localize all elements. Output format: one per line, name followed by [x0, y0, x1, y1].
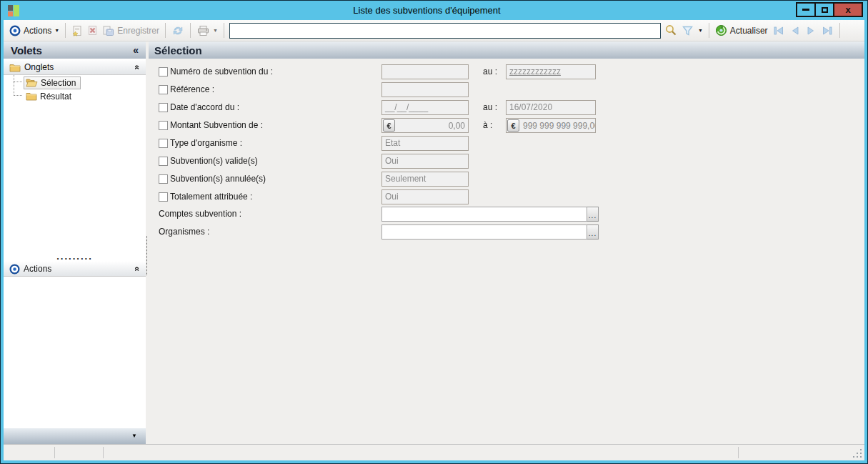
form-row-valides: Subvention(s) valide(s) Oui: [149, 154, 864, 169]
sidebar-filler: [4, 103, 146, 255]
maximize-button[interactable]: [814, 2, 834, 17]
numero-checkbox[interactable]: [159, 67, 168, 76]
numero-to-field[interactable]: zzzzzzzzzzzz: [506, 64, 596, 79]
search-input[interactable]: [229, 23, 661, 39]
resize-grip[interactable]: [852, 448, 862, 458]
maximize-icon: [822, 7, 828, 13]
chevron-down-icon: ▼: [698, 28, 703, 33]
chevron-down-icon: ▼: [54, 28, 59, 33]
chevron-down-icon[interactable]: ▼: [131, 433, 137, 439]
last-record-icon: [821, 25, 834, 36]
window-controls: x: [797, 2, 863, 17]
chevrons-up-icon[interactable]: «: [133, 267, 143, 272]
sidebar-bottom-bar: ▼: [4, 428, 146, 444]
first-record-button[interactable]: [770, 24, 787, 38]
numero-from-field[interactable]: [381, 64, 469, 79]
type-organisme-checkbox[interactable]: [159, 139, 168, 148]
window-title: Liste des subventions d'équipement: [72, 5, 782, 16]
page-title: Sélection: [154, 44, 202, 56]
previous-record-icon: [789, 25, 801, 36]
filter-dropdown-button[interactable]: ▼: [696, 26, 705, 34]
montant-checkbox[interactable]: [159, 121, 168, 130]
actions-label: Actions: [24, 26, 51, 36]
totalement-checkbox[interactable]: [159, 192, 168, 202]
euro-icon[interactable]: €: [507, 119, 519, 132]
type-organisme-field[interactable]: Etat: [381, 136, 469, 151]
window-body: Volets « Onglets «: [4, 41, 864, 444]
next-record-button[interactable]: [803, 24, 819, 38]
delete-button[interactable]: [85, 24, 100, 37]
refresh-arrows-icon: [171, 25, 184, 36]
montant-to-field[interactable]: € 999 999 999 999,00: [506, 118, 596, 133]
filter-button[interactable]: [679, 24, 696, 38]
sidebar-volets: Volets « Onglets «: [4, 41, 146, 444]
sidebar-splitter-handle[interactable]: .........: [4, 255, 146, 262]
sidebar-item-resultat[interactable]: Résultat: [4, 89, 146, 103]
tree-connector: [14, 82, 22, 82]
statusbar-divider: [738, 447, 739, 458]
previous-record-button[interactable]: [787, 24, 803, 38]
tree-connector: [14, 95, 22, 96]
collapse-sidebar-icon[interactable]: «: [133, 44, 139, 56]
refresh-button[interactable]: [169, 24, 186, 38]
main-panel-header: Sélection: [149, 41, 864, 59]
last-record-button[interactable]: [819, 24, 836, 38]
date-accord-label: Date d'accord du :: [170, 100, 239, 115]
annulees-checkbox[interactable]: [159, 174, 168, 184]
toolbar: Actions ▼ Enregistrer: [4, 20, 864, 41]
open-folder-icon: [26, 78, 38, 87]
search-button[interactable]: [662, 23, 679, 38]
montant-a-label: à :: [483, 118, 492, 133]
actualiser-button[interactable]: Actualiser: [713, 23, 770, 38]
save-button[interactable]: Enregistrer: [100, 24, 161, 38]
date-accord-checkbox[interactable]: [159, 103, 168, 112]
target-icon: [9, 25, 21, 36]
chevron-down-icon: ▼: [213, 28, 218, 33]
montant-from-value: 0,00: [396, 121, 468, 131]
comptes-subvention-input[interactable]: [381, 207, 587, 222]
minimize-button[interactable]: [796, 2, 816, 17]
statusbar-divider: [103, 447, 104, 458]
sidebar-filler: [4, 277, 146, 428]
annulees-field[interactable]: Seulement: [381, 172, 469, 187]
new-button[interactable]: [69, 24, 85, 38]
resize-dotted-line: [146, 236, 147, 275]
form-row-annulees: Subvention(s) annulée(s) Seulement: [149, 172, 864, 187]
first-record-icon: [772, 25, 785, 36]
toolbar-separator: [65, 23, 66, 38]
actions-menu-button[interactable]: Actions ▼: [7, 24, 61, 38]
main-panel: Sélection Numéro de subvention du : au :…: [149, 41, 864, 444]
montant-label: Montant Subvention de :: [170, 118, 263, 133]
reference-checkbox[interactable]: [159, 85, 168, 94]
group-header-onglets[interactable]: Onglets «: [4, 60, 146, 75]
print-button[interactable]: ▼: [194, 24, 220, 38]
euro-icon[interactable]: €: [383, 119, 395, 132]
selection-form: Numéro de subvention du : au : zzzzzzzzz…: [149, 59, 864, 444]
date-from-field[interactable]: __/__/____: [381, 100, 469, 115]
organismes-browse-button[interactable]: ...: [587, 224, 599, 240]
montant-from-field[interactable]: € 0,00: [381, 118, 469, 133]
sidebar-header: Volets «: [4, 41, 146, 59]
comptes-browse-button[interactable]: ...: [587, 207, 599, 222]
valides-field[interactable]: Oui: [381, 154, 469, 169]
annulees-label: Subvention(s) annulée(s): [170, 172, 266, 187]
form-row-totalement: Totalement attribuée : Oui: [149, 189, 864, 204]
valides-checkbox[interactable]: [159, 157, 168, 166]
group-header-actions[interactable]: Actions «: [4, 262, 146, 277]
date-to-field[interactable]: 16/07/2020: [506, 100, 596, 115]
organismes-input[interactable]: [381, 224, 587, 240]
delete-x-icon: [87, 25, 98, 36]
printer-icon: [196, 25, 210, 36]
montant-to-value: 999 999 999 999,00: [520, 121, 595, 131]
form-row-organismes: Organismes : ...: [149, 224, 864, 240]
chevrons-up-icon[interactable]: «: [133, 65, 143, 70]
new-document-icon: [71, 25, 83, 36]
onglets-tree: Sélection Résultat: [4, 75, 146, 103]
numero-au-label: au :: [483, 64, 497, 79]
numero-label: Numéro de subvention du :: [170, 64, 273, 79]
totalement-field[interactable]: Oui: [381, 189, 469, 204]
reference-field[interactable]: [381, 82, 469, 97]
sidebar-item-selection[interactable]: Sélection: [4, 76, 146, 89]
close-button[interactable]: x: [833, 2, 863, 17]
statusbar-divider: [54, 447, 55, 458]
